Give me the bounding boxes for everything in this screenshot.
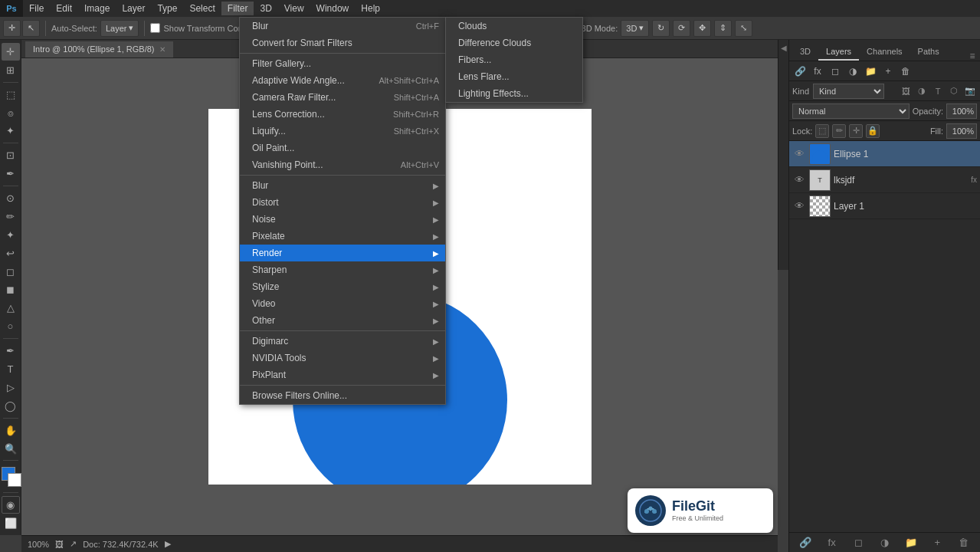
blend-mode-select[interactable]: Normal Dissolve Multiply Screen [792,104,910,119]
crop-tool[interactable]: ⊡ [2,146,20,164]
link-layers-btn[interactable]: 🔗 [798,535,813,550]
menu-filter[interactable]: Filter [221,2,254,15]
show-transform-checkbox[interactable] [150,23,160,33]
layers-link-btn[interactable]: 🔗 [792,64,808,79]
menu-item-render[interactable]: Render ▶ [240,245,445,261]
quick-mask-btn[interactable]: ◉ [2,496,20,514]
menu-item-sharpen[interactable]: Sharpen ▶ [240,261,445,278]
menu-item-pixelate[interactable]: Pixelate ▶ [240,228,445,245]
kind-pixel-icon[interactable]: 🖼 [899,84,913,98]
add-style-btn[interactable]: fx [824,535,840,550]
layer-item-lksjdf[interactable]: 👁 T lksjdf fx [789,167,980,193]
dodge-tool[interactable]: ○ [2,317,20,335]
layers-adjust-btn[interactable]: ◑ [845,64,860,79]
layers-folder-btn[interactable]: 📁 [863,64,878,79]
menu-file[interactable]: File [23,2,50,15]
background-color[interactable] [8,473,21,487]
artboard-tool[interactable]: ⊞ [2,61,20,79]
add-mask-btn[interactable]: ◻ [851,535,866,550]
menu-item-filter-gallery[interactable]: Filter Gallery... [240,55,445,72]
panel-menu-btn[interactable]: ≡ [968,51,977,61]
menu-select[interactable]: Select [183,2,221,15]
type-tool[interactable]: T [2,360,20,378]
menu-item-blur-sub[interactable]: Blur ▶ [240,177,445,194]
menu-item-noise[interactable]: Noise ▶ [240,211,445,228]
lock-all-btn[interactable]: 🔒 [866,124,880,138]
delete-layer-btn[interactable]: 🗑 [956,535,972,550]
menu-item-nvidia[interactable]: NVIDIA Tools ▶ [240,350,445,366]
menu-item-pixplant[interactable]: PixPlant ▶ [240,366,445,383]
menu-item-oil-paint[interactable]: Oil Paint... [240,140,445,156]
clone-stamp-tool[interactable]: ✦ [2,226,20,244]
submenu-item-lighting-effects[interactable]: Lighting Effects... [446,85,582,102]
lock-transparent-btn[interactable]: ⬚ [815,124,829,138]
auto-select-dropdown[interactable]: Layer ▾ [100,20,139,37]
tab-3d[interactable]: 3D [792,44,818,61]
opacity-input[interactable] [946,104,977,119]
lasso-tool[interactable]: ⌾ [2,104,20,122]
menu-item-browse-filters[interactable]: Browse Filters Online... [240,387,445,404]
kind-smart-icon[interactable]: 📷 [963,84,977,98]
3d-rotate-btn[interactable]: ↻ [652,20,670,37]
zoom-tool[interactable]: 🔍 [2,440,20,458]
pen-tool[interactable]: ✒ [2,342,20,360]
3d-mode-dropdown[interactable]: 3D ▾ [621,20,649,37]
menu-item-convert-smart[interactable]: Convert for Smart Filters [240,34,445,51]
new-group-btn[interactable]: 📁 [903,535,919,550]
submenu-item-difference-clouds[interactable]: Difference Clouds [446,34,582,51]
menu-item-liquify[interactable]: Liquify... Shift+Ctrl+X [240,123,445,140]
tab-channels[interactable]: Channels [859,44,910,61]
eraser-tool[interactable]: ◻ [2,263,20,281]
status-icon-1[interactable]: 🖼 [55,540,64,549]
layer-eye-lksjdf[interactable]: 👁 [792,173,806,187]
menu-3d[interactable]: 3D [254,2,277,15]
brush-tool[interactable]: ✏ [2,208,20,225]
layers-fx-btn[interactable]: fx [810,64,825,79]
document-tab[interactable]: Intro @ 100% (Ellipse 1, RGB/8) ✕ [25,41,174,58]
quick-select-tool[interactable]: ✦ [2,123,20,140]
3d-slide-btn[interactable]: ⇕ [714,20,732,37]
menu-type[interactable]: Type [151,2,183,15]
kind-shape-icon[interactable]: ⬡ [947,84,961,98]
menu-item-vanishing-point[interactable]: Vanishing Point... Alt+Ctrl+V [240,156,445,173]
submenu-item-lens-flare[interactable]: Lens Flare... [446,68,582,85]
layer-item-layer1[interactable]: 👁 Layer 1 [789,193,980,219]
new-fill-layer-btn[interactable]: ◑ [877,535,892,550]
new-layer-btn[interactable]: + [929,535,945,550]
tab-layers[interactable]: Layers [818,44,859,61]
layer-item-ellipse1[interactable]: 👁 Ellipse 1 [789,141,980,167]
status-icon-2[interactable]: ↗ [70,539,77,549]
gradient-tool[interactable]: ◼ [2,281,20,299]
lock-image-btn[interactable]: ✏ [832,124,846,138]
layers-new-btn[interactable]: + [880,64,896,79]
menu-item-camera-raw[interactable]: Camera Raw Filter... Shift+Ctrl+A [240,89,445,106]
3d-roll-btn[interactable]: ⟳ [673,20,690,37]
history-brush-tool[interactable]: ↩ [2,245,20,262]
kind-select[interactable]: Kind Name Effect Mode Attribute Color Sm… [813,84,884,99]
menu-edit[interactable]: Edit [50,2,78,15]
menu-image[interactable]: Image [78,2,116,15]
blur-tool[interactable]: △ [2,299,20,317]
menu-item-adaptive-wide[interactable]: Adaptive Wide Angle... Alt+Shift+Ctrl+A [240,72,445,89]
menu-layer[interactable]: Layer [116,2,151,15]
panel-collapse-icon[interactable]: ◀ [779,43,788,52]
move-tool[interactable]: ✛ [2,43,20,61]
menu-help[interactable]: Help [355,2,386,15]
menu-item-digimarc[interactable]: Digimarc ▶ [240,333,445,350]
3d-pan-btn[interactable]: ✥ [693,20,711,37]
kind-adjust-icon[interactable]: ◑ [915,84,929,98]
eyedropper-tool[interactable]: ✒ [2,165,20,182]
submenu-item-fibers[interactable]: Fibers... [446,51,582,68]
menu-item-lens-correction[interactable]: Lens Correction... Shift+Ctrl+R [240,106,445,123]
shape-tool[interactable]: ◯ [2,397,20,415]
status-arrow[interactable]: ▶ [165,539,171,549]
fill-input[interactable] [946,123,977,139]
hand-tool[interactable]: ✋ [2,422,20,439]
submenu-item-clouds[interactable]: Clouds [446,18,582,34]
layer-eye-layer1[interactable]: 👁 [792,199,806,213]
layers-delete-btn[interactable]: 🗑 [898,64,913,79]
move-tool-btn[interactable]: ✛ [3,20,21,37]
rectangular-marquee-tool[interactable]: ⬚ [2,86,20,104]
spot-healing-tool[interactable]: ⊙ [2,189,20,207]
menu-item-blur-shortcut[interactable]: Blur Ctrl+F [240,18,445,34]
